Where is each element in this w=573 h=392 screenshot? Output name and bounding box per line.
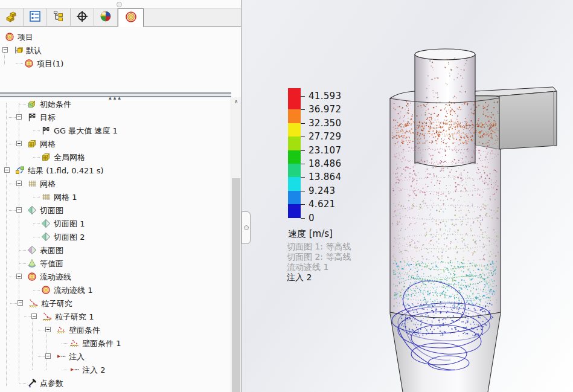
tree-item[interactable]: 表面图 xyxy=(0,243,231,257)
tree-item-label: 注入 2 xyxy=(82,365,105,376)
legend-value: 9.243 xyxy=(309,185,335,196)
configuration-icon xyxy=(52,10,65,25)
tree-item-label: 目标 xyxy=(40,112,56,123)
tab-dimxpert[interactable] xyxy=(71,8,94,26)
flow-rings-icon xyxy=(41,285,51,295)
collapse-box-icon[interactable] xyxy=(2,47,8,53)
tree-connector xyxy=(24,316,31,317)
scrollbar-up-arrow[interactable]: ∧ xyxy=(231,97,241,108)
tree-item[interactable]: 壁面条件 xyxy=(0,323,231,336)
cut-plot-icon xyxy=(41,232,51,242)
legend-tick xyxy=(301,109,305,110)
tree-item[interactable]: 流动迹线 xyxy=(0,270,231,283)
tree-item[interactable]: 项目 xyxy=(0,30,231,43)
tree-splitter-handle[interactable]: ▲▲▲ xyxy=(0,92,231,97)
collapse-box-icon[interactable] xyxy=(18,300,23,306)
tab-flow-simulation[interactable] xyxy=(118,8,144,27)
plot-annotation: 切面图 2: 等高线 xyxy=(287,252,351,262)
collapse-box-icon[interactable] xyxy=(16,114,22,120)
tree-item[interactable]: 网格 1 xyxy=(0,190,231,204)
tree-item-label: 表面图 xyxy=(40,245,63,256)
display-manager-icon xyxy=(99,10,112,25)
property-list-icon xyxy=(28,10,42,25)
legend-value: 36.972 xyxy=(309,104,341,115)
initial-conditions-icon xyxy=(27,99,37,109)
tree-item[interactable]: 流动迹线 1 xyxy=(0,283,231,297)
tree-item[interactable]: 粒子研究 1 xyxy=(0,310,231,323)
default-config-icon xyxy=(13,45,23,55)
collapse-box-icon[interactable] xyxy=(31,313,37,319)
legend-value: 18.486 xyxy=(309,158,341,169)
tree-item[interactable]: 切面图 2 xyxy=(0,230,231,243)
tree-item-label: 项目 xyxy=(18,32,33,43)
goal-flag-icon xyxy=(41,126,51,135)
tree-item[interactable]: 初始条件 xyxy=(0,97,231,111)
tree-connector xyxy=(33,130,40,131)
tree-connector xyxy=(33,237,40,237)
tree-connector xyxy=(38,330,45,330)
tree-item[interactable]: 网格 xyxy=(0,137,231,150)
tree-connector xyxy=(9,184,16,184)
collapse-box-icon[interactable] xyxy=(16,274,22,279)
legend-value: 4.621 xyxy=(309,199,335,210)
solidworks-window: 项目默认项目(1) ▲▲▲ 初始条件目标GG 最大值 速度 1网格全局网格结果 … xyxy=(0,0,573,392)
scrollbar-thumb[interactable] xyxy=(232,178,240,392)
tab-property-list[interactable] xyxy=(24,8,47,26)
tree-item[interactable]: 默认 xyxy=(0,43,231,57)
tab-display-manager[interactable] xyxy=(94,8,118,26)
graphics-viewport[interactable]: 41.59336.97232.35027.72923.10718.48613.8… xyxy=(242,0,573,392)
mesh-cube-icon xyxy=(27,139,37,149)
legend-tick xyxy=(301,123,305,124)
legend-value: 13.864 xyxy=(309,172,341,182)
legend-value: 0 xyxy=(309,213,315,223)
legend-color-bar: 41.59336.97232.35027.72923.10718.48613.8… xyxy=(288,88,301,218)
tree-item[interactable]: 全局网格 xyxy=(0,150,231,164)
flow-rings-icon xyxy=(24,59,34,68)
legend-band xyxy=(288,109,301,123)
tree-connector xyxy=(19,263,26,264)
legend-band xyxy=(288,137,301,150)
panel-splitter-handle[interactable] xyxy=(242,211,251,244)
tree-item[interactable]: 等值面 xyxy=(0,257,231,270)
collapse-box-icon[interactable] xyxy=(16,207,22,213)
tree-item[interactable]: 目标 xyxy=(0,111,231,124)
tab-part[interactable] xyxy=(0,8,24,26)
tab-strip xyxy=(0,8,241,27)
cut-plot-icon xyxy=(27,205,37,215)
tree-item[interactable]: 壁面条件 1 xyxy=(0,336,231,350)
tree-scrollbar[interactable]: ∧ xyxy=(231,97,241,392)
tree-item[interactable]: 注入 2 xyxy=(0,363,231,376)
tree-item[interactable]: 注入 xyxy=(0,350,231,363)
vortex-finder-top xyxy=(415,49,475,60)
tree-item-label: 切面图 xyxy=(40,205,63,216)
collapse-box-icon[interactable] xyxy=(16,141,22,146)
tree-connector xyxy=(62,343,68,344)
tree-item[interactable]: 网格 xyxy=(0,177,231,190)
collapse-box-icon[interactable] xyxy=(45,327,51,332)
tree-item[interactable]: 结果 (1.fld, 0.421 s) xyxy=(0,164,231,177)
tree-connector xyxy=(38,356,45,357)
tree-item[interactable]: 点参数 xyxy=(0,376,231,390)
legend-value: 32.350 xyxy=(309,118,341,129)
point-params-icon xyxy=(27,378,37,388)
tree-item-label: 项目(1) xyxy=(37,59,63,69)
tree-item[interactable]: 切面图 xyxy=(0,204,231,217)
injection-icon xyxy=(56,352,66,361)
tree-item[interactable]: GG 最大值 速度 1 xyxy=(0,124,231,137)
legend-tick xyxy=(301,191,305,191)
tree-item[interactable]: 项目(1) xyxy=(0,57,231,70)
tree-item-label: 全局网格 xyxy=(54,152,85,163)
legend-tick xyxy=(301,164,305,164)
tree-item[interactable]: 粒子研究 xyxy=(0,297,231,310)
tree-item[interactable]: 切面图 1 xyxy=(0,217,231,230)
tree-item-label: 切面图 1 xyxy=(54,219,85,230)
tree-item-label: 网格 xyxy=(40,179,56,190)
collapse-box-icon[interactable] xyxy=(45,353,51,359)
tree-item-label: 注入 xyxy=(69,352,85,362)
tree-connector xyxy=(9,210,16,211)
panel-pin-icon[interactable] xyxy=(117,2,122,7)
tab-configuration[interactable] xyxy=(47,8,71,26)
collapse-box-icon[interactable] xyxy=(16,181,22,186)
tree-item-label: 切面图 2 xyxy=(54,232,85,243)
collapse-box-icon[interactable] xyxy=(4,167,10,173)
